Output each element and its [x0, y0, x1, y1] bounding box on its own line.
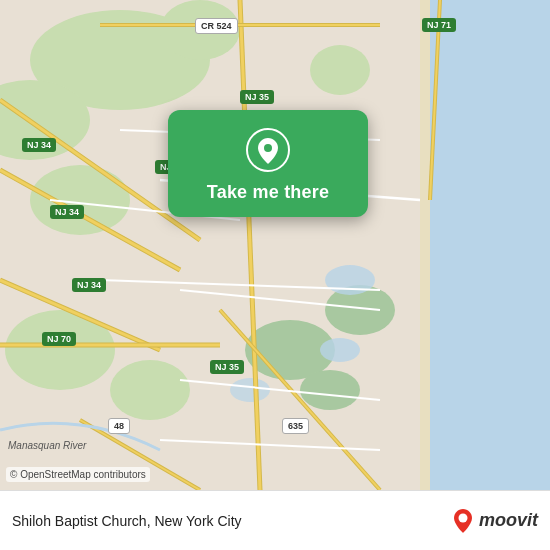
- take-me-there-button[interactable]: Take me there: [168, 110, 368, 217]
- road-label-nj71: NJ 71: [422, 18, 456, 32]
- bottom-bar: Shiloh Baptist Church, New York City moo…: [0, 490, 550, 550]
- svg-point-15: [230, 378, 270, 402]
- svg-point-5: [30, 165, 130, 235]
- road-label-nj35c: NJ 35: [210, 360, 244, 374]
- map-attribution: © OpenStreetMap contributors: [6, 467, 150, 482]
- svg-rect-0: [420, 0, 550, 490]
- road-label-nj70: NJ 70: [42, 332, 76, 346]
- svg-point-14: [320, 338, 360, 362]
- road-label-635: 635: [282, 418, 309, 434]
- road-label-48: 48: [108, 418, 130, 434]
- location-pin-icon: [246, 128, 290, 172]
- moovit-logo: moovit: [451, 507, 538, 535]
- take-me-there-label: Take me there: [207, 182, 329, 203]
- moovit-text: moovit: [479, 510, 538, 531]
- svg-point-11: [110, 360, 190, 420]
- svg-point-7: [310, 45, 370, 95]
- map-view: CR 524 NJ 71 NJ 35 NJ 34 NJ 34 NJ 35 NJ …: [0, 0, 550, 490]
- road-label-nj34a: NJ 34: [22, 138, 56, 152]
- moovit-icon: [451, 507, 475, 535]
- location-text: Shiloh Baptist Church, New York City: [12, 513, 451, 529]
- road-label-cr524: CR 524: [195, 18, 238, 34]
- road-label-nj35a: NJ 35: [240, 90, 274, 104]
- map-background: [0, 0, 550, 490]
- road-label-nj34c: NJ 34: [72, 278, 106, 292]
- svg-point-10: [300, 370, 360, 410]
- river-label: Manasquan River: [8, 440, 86, 451]
- svg-point-43: [458, 513, 467, 522]
- road-label-nj34b: NJ 34: [50, 205, 84, 219]
- svg-point-42: [264, 144, 272, 152]
